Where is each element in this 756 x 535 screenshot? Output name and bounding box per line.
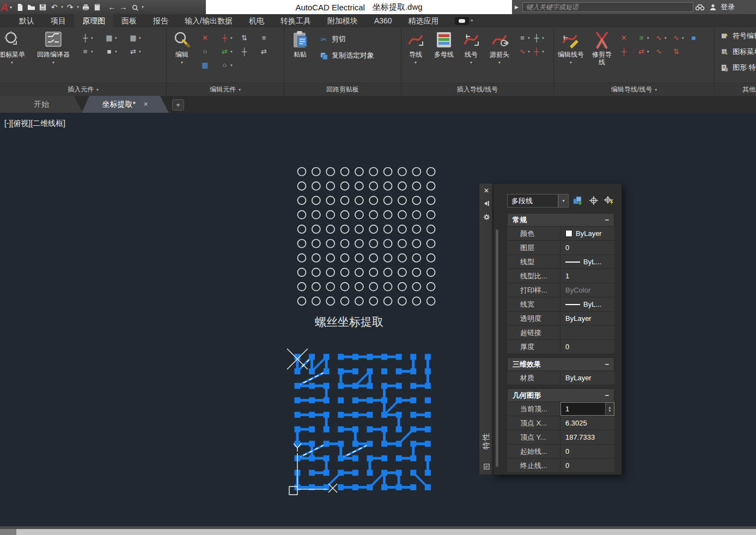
location-tool[interactable]: ○▾ — [220, 60, 240, 70]
collapse-icon[interactable]: − — [605, 360, 609, 368]
cut-button[interactable]: ✂ 剪切 — [319, 32, 374, 46]
collapse-icon[interactable]: − — [605, 216, 609, 224]
panel-label-insert-components[interactable]: 插入元件 ▾ — [0, 83, 166, 96]
tab-add-ins[interactable]: 附加模块 — [319, 14, 366, 27]
palette-settings-icon[interactable] — [481, 212, 491, 222]
collapse-icon[interactable]: − — [605, 391, 609, 399]
property-value[interactable]: ByLayer — [560, 312, 614, 325]
property-value[interactable]: 0 — [560, 445, 614, 458]
panel-label-circuit-clipboard[interactable]: 回路剪贴板 — [284, 83, 401, 96]
plot-icon[interactable] — [80, 2, 92, 13]
property-value[interactable]: ByL... — [560, 255, 614, 269]
previous-drawing-icon[interactable]: ← — [106, 2, 118, 13]
palette-section-header[interactable]: 三维效果− — [507, 357, 614, 371]
property-value[interactable]: 0 — [560, 241, 614, 254]
icon-menu-wizard-button[interactable]: 图标菜单 — [720, 45, 756, 59]
delete-wire-number-tool[interactable]: ✕ — [619, 33, 637, 42]
property-value[interactable]: 0 — [560, 340, 614, 354]
bend-wire-tool[interactable]: ∿ — [654, 47, 672, 56]
palette-scrollbar[interactable] — [496, 229, 498, 467]
symbol-builder-button[interactable]: 符号编辑器 — [720, 29, 756, 43]
icon-menu-button[interactable]: 图标菜单 ▾ — [0, 29, 29, 66]
undo-dropdown-icon[interactable]: ▾ — [60, 5, 64, 9]
tab-home[interactable]: 默认 — [11, 14, 42, 27]
drawing-properties-button[interactable]: 图形 特性 — [720, 60, 756, 75]
ribbon-display-dropdown-icon[interactable]: ▾ — [471, 19, 473, 23]
redo-dropdown-icon[interactable]: ▾ — [76, 5, 80, 9]
property-value[interactable]: 1▲▼ — [560, 402, 614, 416]
redo-icon[interactable]: ↷ — [64, 2, 76, 13]
paste-button[interactable]: 粘贴 — [284, 29, 316, 58]
flip-wire-tool[interactable]: ⇅ — [672, 47, 689, 56]
swap-wire-number-tool[interactable]: ∿▾ — [654, 33, 672, 42]
user-icon[interactable] — [706, 2, 720, 13]
property-value[interactable]: ByLayer — [560, 227, 614, 240]
property-value[interactable] — [560, 326, 614, 339]
circuit-builder-button[interactable]: 回路编译器 ▾ — [29, 29, 77, 66]
file-tab-close-icon[interactable]: ✕ — [143, 101, 148, 108]
tab-reports[interactable]: 报告 — [145, 14, 176, 27]
move-wire-number-tool[interactable]: ┼ — [619, 47, 637, 56]
wire-button[interactable]: 导线 ▾ — [401, 29, 430, 66]
tab-import-export[interactable]: 输入/输出数据 — [176, 14, 241, 27]
retag-tool[interactable]: ┼ — [240, 47, 259, 56]
check-wire-tool[interactable]: ■ — [689, 33, 706, 42]
horizontal-scrollbar-track[interactable] — [0, 529, 756, 535]
attributes-tool[interactable]: ▦ — [200, 60, 220, 70]
property-value[interactable]: 0 — [560, 459, 614, 472]
file-tab-start[interactable]: 开始 — [0, 96, 83, 113]
select-objects-button[interactable] — [588, 194, 600, 206]
insert-pin-tool[interactable]: ■▾ — [105, 47, 129, 56]
toggle-nc-tool[interactable]: ⇄ — [259, 47, 279, 56]
panel-label-insert-wires[interactable]: 插入导线/线号 — [401, 83, 553, 96]
hide-wire-number-tool[interactable]: ∿▾ — [672, 33, 689, 42]
model-space[interactable]: [-][俯视][二维线框] 螺丝坐标提取 — [0, 113, 756, 526]
tab-a360[interactable]: A360 — [366, 14, 400, 27]
panel-label-other-tools[interactable]: 其他工具 — [715, 83, 756, 96]
multiple-insert-tool[interactable]: ┼▾ — [81, 33, 105, 42]
palette-close-icon[interactable]: ✕ — [481, 186, 491, 196]
file-tab-current[interactable]: 坐标提取* ✕ — [82, 96, 169, 113]
trim-wire-button[interactable]: 修剪导线 — [588, 29, 616, 66]
ribbon-display-toggle-icon[interactable] — [455, 17, 469, 25]
fix-wire-number-tool[interactable]: ≡▾ — [637, 33, 654, 42]
gap-tool[interactable]: ┼▾ — [532, 47, 546, 56]
scoot-tool[interactable]: ⇅ — [240, 33, 259, 42]
value-spinner[interactable]: ▲▼ — [605, 403, 614, 415]
stretch-wire-tool[interactable]: ⇄▾ — [637, 47, 654, 56]
tab-schematic[interactable]: 原理图 — [74, 14, 113, 27]
ladder-tool[interactable]: ≡▾ — [518, 33, 532, 42]
undo-icon[interactable]: ↶ — [48, 2, 60, 13]
app-menu-dropdown-icon[interactable]: ▾ — [10, 5, 12, 10]
edit-button[interactable]: 编辑 ▾ — [167, 29, 197, 66]
quick-select-button[interactable] — [603, 194, 615, 206]
edit-wire-number-button[interactable]: 编辑线号 ▾ — [554, 29, 588, 66]
horizontal-scrollbar[interactable] — [0, 526, 756, 535]
property-value[interactable]: 6.3025 — [560, 416, 614, 430]
insert-panel-tool[interactable]: ▦▾ — [105, 33, 129, 42]
insert-jumper-tool[interactable]: ⇄▾ — [129, 47, 153, 56]
move-component-tool[interactable]: ┼▾ — [220, 33, 240, 42]
new-drawing-tab-button[interactable]: + — [172, 99, 184, 111]
search-binoculars-icon[interactable] — [693, 2, 706, 13]
tab-electromechanical[interactable]: 机电 — [241, 14, 272, 27]
property-value[interactable]: 187.7333 — [560, 430, 614, 444]
copy-component-tool[interactable]: ○ — [200, 47, 220, 56]
delete-component-tool[interactable]: ✕ — [200, 33, 220, 42]
property-value[interactable]: 1 — [560, 269, 614, 283]
next-drawing-icon[interactable]: → — [118, 2, 129, 13]
tab-conversion-tools[interactable]: 转换工具 — [272, 14, 319, 27]
dot-tee-tool[interactable]: ∿▾ — [518, 47, 532, 56]
align-tool[interactable]: ≡ — [259, 33, 279, 42]
swap-update-tool[interactable]: ⇄▾ — [220, 47, 240, 56]
copy-selected-button[interactable]: 复制选定对象 — [319, 48, 374, 63]
palette-section-header[interactable]: 常规− — [507, 213, 614, 227]
save-icon[interactable] — [37, 2, 48, 13]
insert-dynamic-tool[interactable]: ▦▾ — [129, 33, 153, 42]
wire-type-tool[interactable]: ┼▾ — [532, 33, 546, 42]
viewport-controls[interactable]: [-][俯视][二维线框] — [4, 119, 65, 129]
property-value[interactable]: ByColor — [560, 283, 614, 297]
property-value[interactable]: ByLayer — [560, 371, 614, 385]
panel-label-edit-wires[interactable]: 编辑导线/线号 ▾ — [554, 83, 714, 96]
open-file-icon[interactable] — [26, 2, 37, 13]
